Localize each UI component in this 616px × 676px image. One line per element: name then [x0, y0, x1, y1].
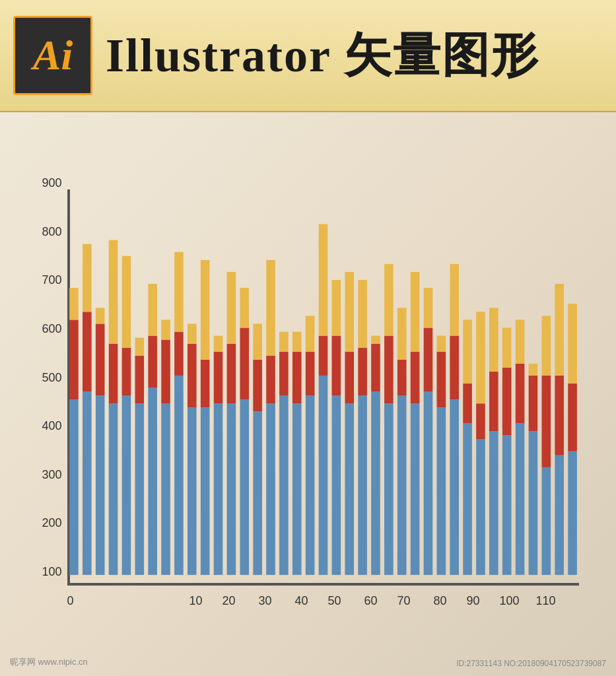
y-label-100: 100: [24, 565, 67, 579]
svg-rect-3: [83, 391, 92, 575]
svg-rect-17: [135, 338, 144, 356]
y-label-600: 600: [24, 322, 67, 336]
x-axis-line: [67, 583, 579, 586]
svg-rect-26: [174, 252, 184, 332]
x-label-100: 100: [500, 594, 520, 608]
svg-rect-41: [240, 288, 249, 327]
svg-rect-42: [253, 411, 262, 575]
chart-container: 100 200 300 400 500 600 700 800 900 0 10…: [24, 176, 592, 625]
svg-rect-65: [345, 272, 354, 352]
svg-rect-12: [121, 395, 131, 575]
header-title: Illustrator 矢量图形: [106, 24, 539, 87]
svg-rect-95: [476, 312, 485, 403]
x-label-20: 20: [222, 594, 236, 608]
svg-rect-37: [226, 344, 236, 404]
svg-rect-47: [266, 260, 275, 356]
svg-rect-44: [253, 323, 262, 359]
y-label-800: 800: [24, 225, 67, 239]
svg-rect-67: [358, 348, 367, 395]
y-label-700: 700: [24, 273, 67, 287]
y-label-400: 400: [24, 419, 67, 433]
svg-rect-86: [436, 336, 446, 352]
ai-logo-text: Ai: [33, 31, 73, 80]
svg-rect-20: [148, 284, 157, 336]
svg-rect-61: [331, 336, 341, 396]
svg-rect-9: [108, 403, 118, 575]
svg-rect-97: [489, 372, 498, 432]
svg-rect-68: [358, 280, 367, 348]
svg-rect-80: [410, 272, 419, 352]
svg-rect-116: [568, 304, 577, 384]
x-label-90: 90: [467, 594, 480, 608]
svg-rect-59: [318, 224, 327, 335]
svg-rect-105: [528, 431, 537, 574]
x-label-10: 10: [189, 594, 203, 608]
svg-rect-56: [305, 316, 314, 351]
svg-rect-24: [174, 376, 184, 575]
svg-rect-84: [436, 407, 446, 575]
y-label-200: 200: [24, 516, 67, 530]
svg-rect-74: [384, 264, 394, 336]
x-label-110: 110: [536, 594, 556, 608]
svg-rect-96: [489, 431, 498, 574]
y-axis: 100 200 300 400 500 600 700 800 900: [24, 176, 67, 586]
svg-rect-46: [266, 356, 275, 403]
svg-rect-18: [148, 388, 157, 575]
svg-rect-88: [450, 336, 459, 400]
svg-rect-102: [515, 423, 524, 574]
svg-rect-19: [148, 336, 157, 388]
svg-rect-112: [555, 376, 564, 456]
svg-rect-51: [292, 403, 301, 575]
x-label-70: 70: [397, 594, 411, 608]
x-label-40: 40: [295, 594, 308, 608]
svg-rect-109: [541, 376, 551, 467]
svg-rect-81: [423, 391, 432, 575]
svg-rect-16: [135, 356, 144, 403]
svg-rect-15: [135, 403, 144, 575]
svg-rect-70: [371, 344, 380, 391]
svg-rect-99: [502, 436, 511, 575]
svg-rect-32: [200, 260, 209, 360]
svg-rect-87: [450, 399, 459, 575]
svg-rect-34: [213, 352, 222, 404]
svg-rect-89: [450, 264, 459, 336]
svg-rect-100: [502, 368, 511, 436]
svg-rect-62: [331, 280, 341, 336]
x-label-30: 30: [259, 594, 272, 608]
svg-rect-48: [279, 395, 289, 575]
svg-rect-52: [292, 352, 301, 404]
svg-rect-21: [161, 403, 170, 575]
svg-rect-110: [541, 316, 551, 376]
svg-rect-85: [436, 352, 446, 408]
svg-rect-71: [371, 336, 380, 344]
main-content: 100 200 300 400 500 600 700 800 900 0 10…: [0, 112, 616, 676]
svg-rect-38: [226, 272, 236, 344]
svg-rect-60: [331, 395, 341, 575]
svg-rect-114: [568, 452, 577, 575]
svg-rect-14: [121, 256, 131, 348]
svg-rect-28: [187, 344, 196, 408]
ai-logo: Ai: [13, 16, 92, 95]
photo-id-text: ID:27331143 NO:20180904170523739087: [456, 659, 606, 668]
svg-rect-4: [83, 312, 92, 391]
y-label-300: 300: [24, 468, 67, 482]
svg-rect-58: [318, 336, 327, 376]
svg-rect-83: [423, 288, 432, 327]
svg-rect-11: [108, 240, 118, 344]
svg-rect-27: [187, 407, 196, 575]
svg-rect-5: [83, 244, 92, 312]
svg-rect-108: [541, 467, 551, 575]
svg-rect-33: [213, 403, 222, 575]
svg-rect-115: [568, 384, 577, 452]
chart-bars: [67, 176, 579, 575]
svg-rect-49: [279, 352, 289, 395]
svg-rect-35: [213, 336, 222, 352]
y-label-900: 900: [24, 176, 67, 190]
svg-rect-76: [397, 360, 406, 395]
svg-rect-13: [121, 348, 131, 395]
svg-rect-78: [410, 403, 419, 575]
svg-rect-69: [371, 391, 380, 575]
svg-rect-10: [108, 344, 118, 404]
svg-rect-63: [345, 403, 354, 575]
svg-rect-93: [476, 440, 485, 575]
